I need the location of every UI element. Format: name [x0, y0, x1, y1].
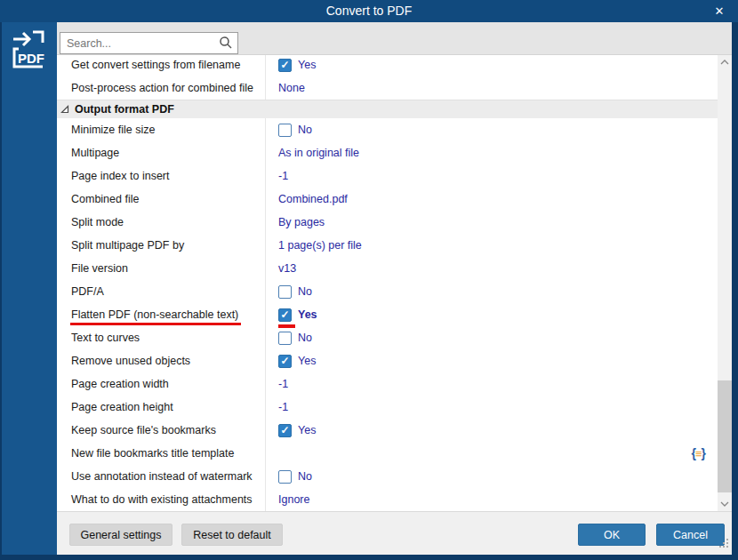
setting-label: Remove unused objects	[71, 355, 190, 367]
search-box	[60, 32, 238, 54]
setting-value-cell[interactable]: -1	[278, 164, 288, 188]
ok-button[interactable]: OK	[578, 524, 646, 546]
setting-label: File version	[71, 262, 128, 275]
resize-grip[interactable]	[718, 536, 729, 552]
settings-row[interactable]: Post-process action for combined file No…	[57, 76, 718, 100]
settings-row[interactable]: Multipage As in original file	[57, 141, 718, 164]
settings-row[interactable]: PDF/A No	[57, 280, 718, 303]
setting-value-cell[interactable]: Yes	[278, 303, 317, 326]
setting-value: As in original file	[278, 147, 359, 159]
section-title: Output format PDF	[75, 103, 174, 116]
setting-value-cell[interactable]: -1	[278, 396, 288, 419]
settings-row[interactable]: Page creation height -1	[57, 396, 718, 419]
settings-row[interactable]: Combined file Combined.pdf	[57, 188, 718, 211]
setting-value: Ignore	[278, 493, 309, 506]
setting-label: Keep source file's bookmarks	[71, 424, 216, 436]
settings-row[interactable]: Page index to insert -1	[57, 164, 718, 188]
convert-to-pdf-dialog: Convert to PDF ✕ PDF	[0, 0, 738, 560]
setting-value-cell[interactable]: No	[278, 280, 312, 303]
setting-label: Post-process action for combined file	[71, 82, 253, 94]
setting-value-cell[interactable]: No	[278, 118, 312, 141]
setting-value-cell[interactable]: Combined.pdf	[278, 188, 348, 211]
section-header-row[interactable]: Output format PDF	[57, 100, 718, 118]
checkbox[interactable]	[278, 124, 292, 137]
settings-row[interactable]: Text to curves No	[57, 326, 718, 349]
template-braces-icon[interactable]: {≡}	[692, 446, 706, 460]
general-settings-button[interactable]: General settings	[69, 524, 172, 546]
setting-value-cell[interactable]: None	[278, 76, 305, 100]
settings-row[interactable]: Split multipage PDF by 1 page(s) per fil…	[57, 234, 718, 257]
footer-bar: General settings Reset to default OK Can…	[57, 511, 732, 555]
chevron-down-icon[interactable]	[718, 497, 732, 511]
setting-value: Yes	[298, 424, 316, 436]
setting-label: Page creation height	[71, 401, 173, 413]
setting-value: No	[298, 470, 312, 483]
reset-to-default-button[interactable]: Reset to default	[181, 524, 283, 546]
settings-row[interactable]: Use annotation instead of watermark No	[57, 465, 718, 488]
setting-label: Multipage	[71, 147, 119, 159]
title-bar: Convert to PDF ✕	[0, 0, 738, 22]
settings-row[interactable]: Get convert settings from filename Yes	[57, 53, 718, 76]
expander-icon[interactable]	[60, 101, 69, 117]
setting-value-cell[interactable]: Yes	[278, 349, 316, 372]
setting-value-cell[interactable]: No	[278, 465, 312, 488]
settings-row[interactable]: Minimize file size No	[57, 118, 718, 141]
setting-label: Use annotation instead of watermark	[71, 470, 253, 483]
close-icon[interactable]: ✕	[706, 0, 733, 22]
setting-label: PDF/A	[71, 285, 104, 298]
checkbox[interactable]	[278, 59, 292, 72]
window-title: Convert to PDF	[0, 0, 738, 22]
setting-value-cell[interactable]: Ignore	[278, 488, 309, 511]
setting-label: Page creation width	[71, 378, 169, 390]
setting-value: -1	[278, 378, 288, 390]
settings-rows: Get convert settings from filename Yes P…	[57, 53, 718, 511]
settings-row[interactable]: What to do with existing attachments Ign…	[57, 488, 718, 511]
settings-row[interactable]: Keep source file's bookmarks Yes	[57, 419, 718, 442]
setting-label: Text to curves	[71, 332, 140, 344]
setting-value: No	[298, 285, 312, 298]
setting-value: No	[298, 332, 312, 344]
setting-value: None	[278, 82, 305, 94]
setting-label: Split multipage PDF by	[71, 239, 184, 252]
setting-value-cell[interactable]: 1 page(s) per file	[278, 234, 362, 257]
scrollbar-thumb[interactable]	[718, 380, 732, 492]
checkbox[interactable]	[278, 332, 292, 345]
search-input[interactable]	[60, 32, 238, 54]
scrollbar[interactable]	[718, 55, 732, 511]
setting-value-cell[interactable]: -1	[278, 372, 288, 396]
checkbox[interactable]	[278, 285, 292, 299]
setting-value: -1	[278, 401, 288, 413]
setting-label: Minimize file size	[71, 124, 155, 136]
checkbox[interactable]	[278, 470, 292, 484]
setting-value-cell[interactable]: Yes	[278, 53, 316, 76]
chevron-up-icon[interactable]	[718, 55, 732, 69]
search-icon	[219, 36, 233, 53]
settings-row[interactable]: File version v13	[57, 257, 718, 280]
setting-value: Yes	[298, 59, 316, 71]
setting-value-cell[interactable]: By pages	[278, 211, 325, 234]
setting-label: Combined file	[71, 193, 139, 205]
checkbox[interactable]	[278, 355, 292, 368]
cancel-button[interactable]: Cancel	[656, 524, 725, 546]
settings-row[interactable]: New file bookmarks title template {≡}	[57, 442, 718, 465]
settings-row[interactable]: Page creation width -1	[57, 372, 718, 396]
svg-text:PDF: PDF	[18, 51, 44, 66]
setting-value-cell[interactable]: Yes	[278, 419, 316, 442]
setting-value: v13	[278, 262, 296, 275]
settings-row[interactable]: Flatten PDF (non-searchable text) Yes	[57, 303, 718, 326]
setting-value: No	[298, 124, 312, 136]
checkbox[interactable]	[278, 424, 292, 437]
setting-value-cell[interactable]: As in original file	[278, 141, 359, 164]
setting-label: Get convert settings from filename	[71, 59, 240, 71]
sidebar: PDF	[2, 22, 57, 555]
setting-value-cell[interactable]: No	[278, 326, 312, 349]
setting-label: What to do with existing attachments	[71, 493, 253, 506]
settings-row[interactable]: Remove unused objects Yes	[57, 349, 718, 372]
setting-value: By pages	[278, 216, 325, 228]
setting-value-cell[interactable]: v13	[278, 257, 296, 280]
checkbox[interactable]	[278, 308, 292, 322]
setting-value: Yes	[298, 355, 316, 367]
setting-label: New file bookmarks title template	[71, 447, 234, 460]
setting-value: Combined.pdf	[278, 193, 348, 205]
settings-row[interactable]: Split mode By pages	[57, 211, 718, 234]
